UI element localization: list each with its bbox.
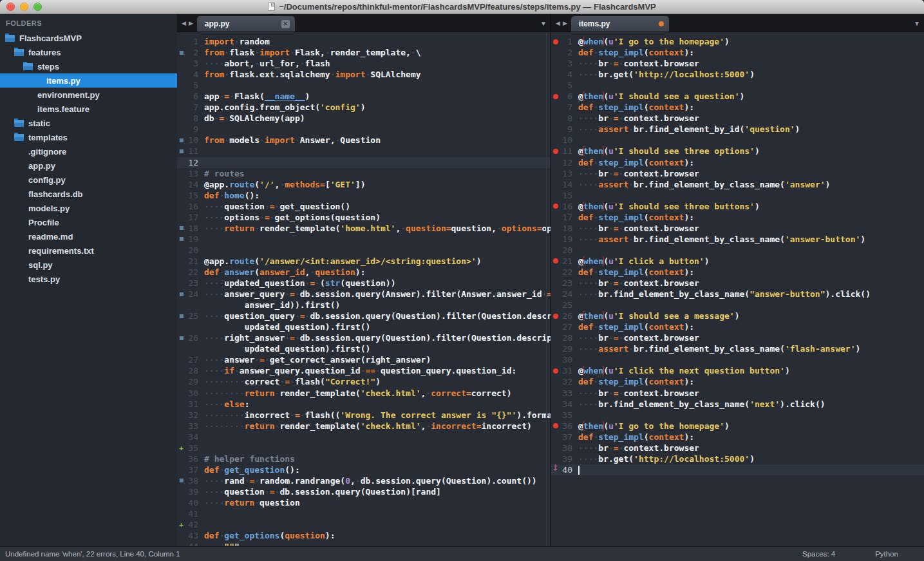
code-line[interactable]: 29····assert·br.find_element_by_class_na…: [551, 343, 924, 354]
code-view-left[interactable]: 1import·random2from·flask·import·Flask,·…: [177, 32, 551, 546]
code-line[interactable]: 3····abort,·url_for,·flash: [177, 58, 551, 69]
sidebar-item-static[interactable]: static: [0, 116, 177, 130]
code-line[interactable]: 17····options·=·get_options(question): [177, 212, 551, 223]
code-line[interactable]: 11: [177, 146, 551, 157]
code-line[interactable]: 37def·get_question():: [177, 464, 551, 475]
code-line[interactable]: 27def·step_impl(context):: [551, 321, 924, 332]
code-line[interactable]: 5: [177, 80, 551, 91]
code-line[interactable]: 6app·=·Flask(__name__): [177, 91, 551, 102]
code-line[interactable]: updated_question).first(): [177, 321, 551, 332]
code-line[interactable]: 20: [551, 245, 924, 256]
code-line[interactable]: 8db·=·SQLAlchemy(app): [177, 113, 551, 124]
code-line[interactable]: 7app.config.from_object('config'): [177, 102, 551, 113]
code-line[interactable]: 22def·step_impl(context):: [551, 267, 924, 278]
code-line[interactable]: 14@app.route('/',·methods=['GET']): [177, 179, 551, 190]
code-line[interactable]: 32def·step_impl(context):: [551, 376, 924, 387]
code-line[interactable]: 2from·flask·import·Flask,·render_templat…: [177, 47, 551, 58]
code-line[interactable]: 30········return·render_template('check.…: [177, 388, 551, 399]
code-line[interactable]: 18····return·render_template('home.html'…: [177, 223, 551, 234]
code-line[interactable]: 17def·step_impl(context):: [551, 212, 924, 223]
code-line[interactable]: 40····return·question: [177, 497, 551, 508]
tab-overflow-icon[interactable]: ▼: [540, 20, 547, 27]
prev-tab-icon[interactable]: ◀: [556, 20, 560, 26]
code-line[interactable]: 34····br.find_element_by_class_name('nex…: [551, 399, 924, 410]
code-line[interactable]: 34: [177, 432, 551, 442]
code-line[interactable]: 37def·step_impl(context):: [551, 432, 924, 442]
code-line[interactable]: 16····question·=·get_question(): [177, 201, 551, 212]
code-line[interactable]: 21@when(u'I click a button'): [551, 256, 924, 267]
code-line[interactable]: +35: [177, 442, 551, 453]
code-line[interactable]: 14····assert·br.find_element_by_class_na…: [551, 179, 924, 190]
code-line[interactable]: 15def·home():: [177, 190, 551, 201]
close-window-button[interactable]: [6, 3, 15, 11]
code-line[interactable]: 1@when(u'I go to the homepage'): [551, 36, 924, 47]
prev-tab-icon[interactable]: ◀: [182, 20, 186, 26]
code-line[interactable]: 23····updated_question·=·(str(question)): [177, 278, 551, 289]
code-line[interactable]: 30: [551, 354, 924, 365]
code-line[interactable]: 33····br·=·context.browser: [551, 388, 924, 399]
code-line[interactable]: 9: [177, 124, 551, 135]
code-line[interactable]: 4from·flask.ext.sqlalchemy·import·SQLAlc…: [177, 69, 551, 80]
zoom-window-button[interactable]: [33, 3, 42, 11]
sidebar-item-flashcards-db[interactable]: flashcards.db: [0, 187, 177, 201]
sidebar-item-app-py[interactable]: app.py: [0, 158, 177, 173]
code-line[interactable]: 19: [177, 234, 551, 245]
code-line[interactable]: 32········incorrect·=·flash(('Wrong. The…: [177, 410, 551, 421]
code-line[interactable]: ✛✛40: [551, 464, 924, 475]
code-view-right[interactable]: 1@when(u'I go to the homepage')2def·step…: [551, 32, 924, 546]
tab-app-py[interactable]: app.py ✕: [197, 16, 295, 32]
sidebar-item-environment-py[interactable]: environment.py: [0, 88, 177, 102]
code-line[interactable]: 25: [551, 300, 924, 310]
tab-items-py[interactable]: items.py: [571, 16, 669, 32]
code-line[interactable]: 31····else:: [177, 399, 551, 410]
code-line[interactable]: 31@when(u'I click the next question butt…: [551, 365, 924, 376]
code-line[interactable]: 16@then(u'I should see three buttons'): [551, 201, 924, 212]
code-line[interactable]: 9····assert·br.find_element_by_id('quest…: [551, 124, 924, 135]
code-line[interactable]: 8····br·=·context.browser: [551, 113, 924, 124]
code-line[interactable]: 39····br.get('http://localhost:5000'): [551, 453, 924, 464]
code-line[interactable]: 38····br·=·context.browser: [551, 442, 924, 453]
next-tab-icon[interactable]: ▶: [189, 20, 193, 26]
code-line[interactable]: 6@then(u'I should see a question'): [551, 91, 924, 102]
sidebar-item-tests-py[interactable]: tests.py: [0, 272, 177, 286]
code-line[interactable]: 12: [177, 157, 551, 168]
code-line[interactable]: answer_id)).first(): [177, 300, 551, 310]
tab-overflow-icon[interactable]: ▼: [914, 20, 920, 27]
code-line[interactable]: 27····answer·=·get_correct_answer(right_…: [177, 354, 551, 365]
code-line[interactable]: 15: [551, 190, 924, 201]
code-line[interactable]: 43def·get_options(question):: [177, 530, 551, 541]
code-line[interactable]: 35: [551, 410, 924, 421]
code-line[interactable]: 3····br·=·context.browser: [551, 58, 924, 69]
code-line[interactable]: 26····right_answer·=·db.session.query(Qu…: [177, 332, 551, 343]
code-line[interactable]: 28····br·=·context.browser: [551, 332, 924, 343]
code-line[interactable]: 12def·step_impl(context):: [551, 157, 924, 168]
sidebar-item-templates[interactable]: templates: [0, 130, 177, 144]
code-line[interactable]: 13····br·=·context.browser: [551, 168, 924, 179]
code-line[interactable]: +42: [177, 519, 551, 530]
sidebar-item-sql-py[interactable]: sql.py: [0, 258, 177, 272]
sidebar-item-requirements-txt[interactable]: requirements.txt: [0, 243, 177, 258]
next-tab-icon[interactable]: ▶: [563, 20, 567, 26]
code-line[interactable]: 2def·step_impl(context):: [551, 47, 924, 58]
sidebar-item-models-py[interactable]: models.py: [0, 201, 177, 215]
code-line[interactable]: 4····br.get('http://localhost:5000'): [551, 69, 924, 80]
sidebar-item--gitignore[interactable]: .gitignore: [0, 144, 177, 158]
code-line[interactable]: 5: [551, 80, 924, 91]
code-line[interactable]: 36@then(u'I go to the homepage'): [551, 421, 924, 432]
sidebar-item-procfile[interactable]: Procfile: [0, 215, 177, 229]
code-line[interactable]: 1import·random: [177, 36, 551, 47]
code-line[interactable]: 18····br·=·context.browser: [551, 223, 924, 234]
code-line[interactable]: updated_question).first(): [177, 343, 551, 354]
code-line[interactable]: 36# helper functions: [177, 453, 551, 464]
code-line[interactable]: 24····br.find_element_by_class_name("ans…: [551, 289, 924, 300]
sidebar-item-config-py[interactable]: config.py: [0, 173, 177, 187]
code-line[interactable]: 33········return·render_template('check.…: [177, 421, 551, 432]
code-line[interactable]: 10from·models·import·Answer,·Question: [177, 135, 551, 146]
sidebar-item-steps[interactable]: steps: [0, 59, 177, 73]
code-line[interactable]: 13# routes: [177, 168, 551, 179]
code-line[interactable]: 41: [177, 508, 551, 519]
code-line[interactable]: 20: [177, 245, 551, 256]
code-line[interactable]: 28····if·answer_query.question_id·==·que…: [177, 365, 551, 376]
syntax-selector[interactable]: Python: [875, 550, 898, 558]
code-line[interactable]: 10: [551, 135, 924, 146]
